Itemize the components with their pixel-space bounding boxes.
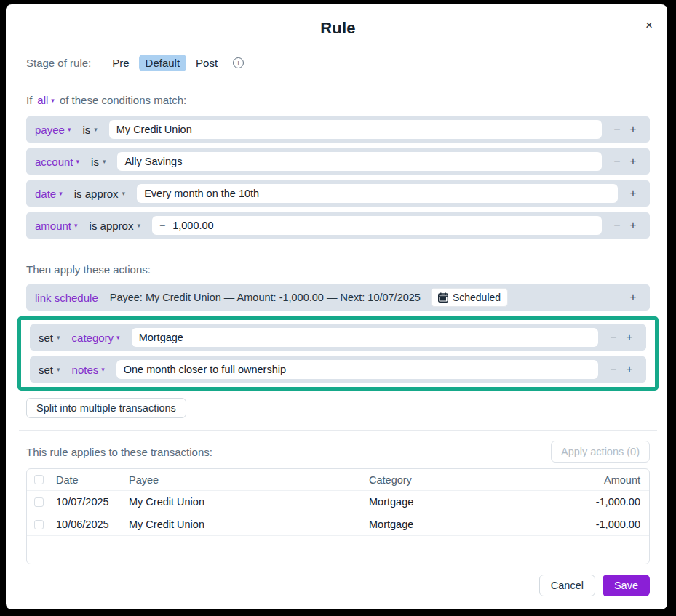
dialog-footer: Cancel Save bbox=[26, 564, 650, 596]
field-dropdown[interactable]: category▾ bbox=[72, 332, 120, 344]
link-schedule-dropdown[interactable]: link schedule bbox=[35, 292, 98, 304]
table-row[interactable]: 10/07/2025 My Credit Union Mortgage -1,0… bbox=[27, 491, 649, 513]
condition-value-input[interactable] bbox=[109, 120, 602, 139]
add-action-button[interactable]: + bbox=[625, 291, 641, 304]
field-dropdown[interactable]: date▾ bbox=[35, 188, 63, 200]
remove-condition-button[interactable]: − bbox=[609, 219, 625, 232]
condition-value-input[interactable] bbox=[117, 152, 602, 171]
negative-sign: − bbox=[159, 220, 165, 231]
save-button[interactable]: Save bbox=[603, 575, 650, 596]
column-header-amount: Amount bbox=[531, 474, 640, 486]
cell-amount: -1,000.00 bbox=[531, 519, 640, 530]
apply-actions-button[interactable]: Apply actions (0) bbox=[551, 441, 650, 463]
condition-row-amount: amount▾ is approx▾ − − + bbox=[26, 212, 650, 239]
stage-option-post[interactable]: Post bbox=[189, 55, 224, 71]
chevron-down-icon: ▾ bbox=[103, 158, 106, 165]
field-label: date bbox=[35, 188, 56, 200]
link-schedule-label: link schedule bbox=[35, 292, 98, 304]
cell-payee: My Credit Union bbox=[129, 519, 369, 530]
operator-dropdown[interactable]: is approx▾ bbox=[90, 220, 140, 232]
verb-dropdown[interactable]: set▾ bbox=[39, 364, 60, 376]
field-dropdown[interactable]: amount▾ bbox=[35, 220, 78, 232]
conditions-prefix: If bbox=[26, 94, 32, 106]
info-icon[interactable]: i bbox=[233, 57, 244, 68]
cell-amount: -1,000.00 bbox=[531, 496, 640, 508]
action-value-input[interactable] bbox=[132, 328, 598, 347]
add-action-button[interactable]: + bbox=[621, 363, 637, 376]
field-dropdown[interactable]: payee▾ bbox=[35, 124, 71, 136]
row-checkbox[interactable] bbox=[34, 497, 44, 507]
table-row[interactable]: 10/06/2025 My Credit Union Mortgage -1,0… bbox=[27, 513, 649, 536]
chevron-down-icon: ▾ bbox=[122, 190, 126, 197]
stage-of-rule-row: Stage of rule: Pre Default Post i bbox=[26, 53, 650, 72]
condition-value-input[interactable] bbox=[172, 220, 595, 231]
amount-input-wrap: − bbox=[152, 216, 602, 235]
chevron-down-icon: ▾ bbox=[116, 334, 120, 341]
chevron-down-icon: ▾ bbox=[74, 222, 78, 229]
rule-dialog: Rule × Stage of rule: Pre Default Post i… bbox=[6, 4, 667, 609]
stage-option-pre[interactable]: Pre bbox=[106, 55, 135, 71]
conditions-operator-dropdown[interactable]: all▾ bbox=[37, 94, 55, 106]
chevron-down-icon: ▾ bbox=[68, 126, 71, 133]
condition-value-input[interactable] bbox=[137, 184, 618, 203]
split-transactions-button[interactable]: Split into multiple transactions bbox=[26, 398, 186, 418]
transactions-heading: This rule applies to these transactions: bbox=[26, 446, 212, 458]
row-checkbox[interactable] bbox=[34, 520, 44, 529]
page-title: Rule bbox=[320, 19, 355, 38]
chevron-down-icon: ▾ bbox=[57, 366, 60, 373]
field-label: amount bbox=[35, 220, 71, 232]
conditions-heading: If all▾ of these conditions match: bbox=[26, 94, 650, 106]
select-all-checkbox[interactable] bbox=[34, 475, 44, 484]
dialog-header: Rule × bbox=[26, 17, 650, 39]
add-condition-button[interactable]: + bbox=[625, 187, 641, 200]
field-label: account bbox=[35, 156, 73, 168]
column-header-date: Date bbox=[56, 474, 129, 486]
add-action-button[interactable]: + bbox=[621, 331, 637, 344]
stage-label: Stage of rule: bbox=[26, 57, 91, 69]
field-label: category bbox=[72, 332, 114, 344]
chevron-down-icon: ▾ bbox=[59, 190, 63, 197]
chevron-down-icon: ▾ bbox=[101, 366, 105, 373]
cell-payee: My Credit Union bbox=[129, 496, 369, 508]
remove-action-button[interactable]: − bbox=[605, 363, 621, 376]
field-dropdown[interactable]: account▾ bbox=[35, 156, 79, 168]
operator-label: is bbox=[82, 124, 90, 136]
close-icon[interactable]: × bbox=[645, 19, 653, 31]
operator-dropdown[interactable]: is approx▾ bbox=[74, 188, 125, 200]
add-condition-button[interactable]: + bbox=[625, 219, 641, 232]
stage-option-default[interactable]: Default bbox=[139, 55, 187, 71]
field-dropdown[interactable]: notes▾ bbox=[72, 364, 105, 376]
cell-category: Mortgage bbox=[369, 519, 531, 530]
chevron-down-icon: ▾ bbox=[51, 97, 55, 104]
scheduled-badge[interactable]: Scheduled bbox=[431, 288, 508, 307]
operator-dropdown[interactable]: is▾ bbox=[82, 124, 97, 136]
transactions-heading-row: This rule applies to these transactions:… bbox=[26, 441, 650, 463]
operator-label: is approx bbox=[90, 220, 134, 232]
operator-label: is approx bbox=[74, 188, 119, 200]
cell-category: Mortgage bbox=[369, 496, 531, 508]
schedule-description: Payee: My Credit Union — Amount: -1,000.… bbox=[110, 292, 421, 303]
highlight-annotation: set▾ category▾ − + set▾ notes▾ − + bbox=[17, 316, 659, 391]
operator-label: is bbox=[91, 156, 99, 168]
cell-date: 10/07/2025 bbox=[56, 496, 129, 508]
chevron-down-icon: ▾ bbox=[94, 126, 98, 133]
condition-row-date: date▾ is approx▾ + bbox=[26, 180, 650, 207]
remove-condition-button[interactable]: − bbox=[609, 155, 625, 168]
transactions-table: Date Payee Category Amount 10/07/2025 My… bbox=[26, 468, 650, 564]
cell-date: 10/06/2025 bbox=[56, 519, 129, 530]
add-condition-button[interactable]: + bbox=[625, 155, 641, 168]
operator-dropdown[interactable]: is▾ bbox=[91, 156, 106, 168]
section-divider bbox=[19, 430, 657, 431]
remove-condition-button[interactable]: − bbox=[609, 123, 625, 136]
action-row-set-notes: set▾ notes▾ − + bbox=[30, 356, 646, 383]
table-header-row: Date Payee Category Amount bbox=[27, 469, 649, 491]
action-value-input[interactable] bbox=[116, 360, 598, 379]
remove-action-button[interactable]: − bbox=[605, 331, 621, 344]
cancel-button[interactable]: Cancel bbox=[539, 575, 595, 596]
column-header-category: Category bbox=[369, 474, 531, 486]
verb-label: set bbox=[39, 332, 53, 344]
action-row-set-category: set▾ category▾ − + bbox=[30, 324, 646, 351]
verb-dropdown[interactable]: set▾ bbox=[39, 332, 60, 344]
column-header-payee: Payee bbox=[129, 474, 369, 486]
add-condition-button[interactable]: + bbox=[625, 123, 641, 136]
